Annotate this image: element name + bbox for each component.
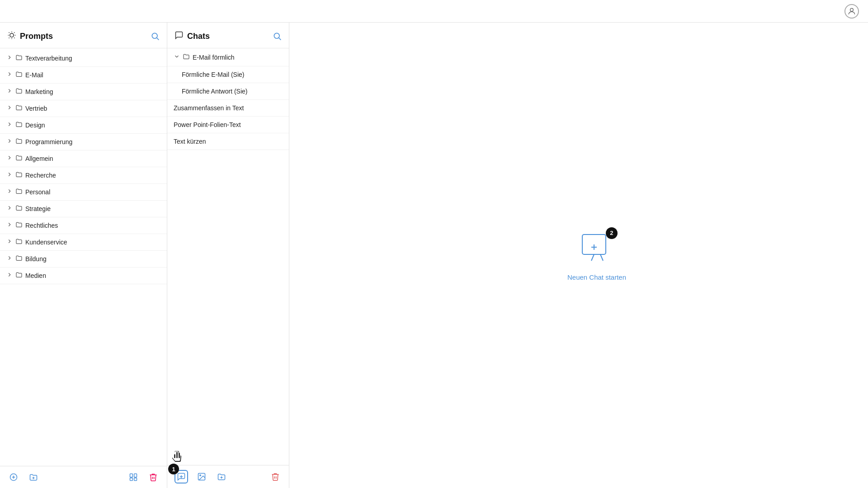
folder-icon [15,137,23,146]
chat-item-formliche-antwort[interactable]: Förmliche Antwort (Sie) [167,83,289,100]
tree-item-email[interactable]: E-Mail [0,67,167,84]
chevron-right-icon [6,121,13,129]
tree-item-design[interactable]: Design [0,117,167,134]
prompts-toolbar-left [7,471,40,483]
chats-panel: Chats [167,23,289,488]
svg-point-0 [850,8,854,11]
new-chat-icon-wrapper: 2 [579,230,615,268]
tree-item-textverarbeitung[interactable]: Textverarbeitung [0,50,167,67]
tree-label: Personal [25,188,50,196]
chats-toolbar-left: 1 [175,470,228,483]
svg-point-1 [10,33,14,37]
prompts-delete-button[interactable] [147,471,160,483]
new-chat-label: Neuen Chat starten [567,273,626,281]
chat-item-formliche-email[interactable]: Förmliche E-Mail (Sie) [167,66,289,83]
folder-icon [15,188,23,197]
chat-item-text-kurzen[interactable]: Text kürzen [167,133,289,150]
svg-line-14 [279,38,281,40]
chevron-right-icon [6,238,13,246]
tree-label: E-Mail [25,71,43,79]
tree-label: Strategie [25,205,51,212]
chats-search-button[interactable] [273,32,282,41]
svg-line-22 [591,254,594,261]
svg-point-2 [152,33,157,38]
folder-icon [15,271,23,280]
tree-item-programmierung[interactable]: Programmierung [0,134,167,150]
prompts-library-button[interactable] [127,471,140,483]
chats-add-folder-button[interactable] [215,470,228,483]
chats-title: Chats [187,32,210,41]
chevron-down-icon [174,53,180,61]
tree-item-medien[interactable]: Medien [0,267,167,284]
tree-item-vertrieb[interactable]: Vertrieb [0,100,167,117]
chats-toolbar-right [269,470,282,483]
tree-item-allgemein[interactable]: Allgemein [0,150,167,167]
chat-icon [175,31,184,42]
chats-toolbar: 1 [167,465,289,488]
tree-label: Recherche [25,172,56,179]
prompts-add-button[interactable] [7,471,20,483]
svg-line-23 [600,254,603,261]
folder-icon [183,53,190,61]
chat-item-label: Zusammenfassen in Text [174,104,244,112]
tree-label: Bildung [25,255,47,263]
prompts-search-button[interactable] [151,32,160,41]
chats-add-image-button[interactable] [195,470,208,483]
folder-icon [15,104,23,113]
chevron-right-icon [6,155,13,163]
chat-item-label: Förmliche E-Mail (Sie) [182,71,244,78]
chevron-right-icon [6,221,13,230]
prompts-toolbar-right [127,471,160,483]
chats-delete-button[interactable] [269,470,282,483]
chevron-right-icon [6,272,13,280]
prompts-add-folder-button[interactable] [27,471,40,483]
tree-label: Medien [25,272,46,279]
tree-label: Rechtliches [25,222,58,229]
svg-rect-12 [134,478,137,481]
content-area: 2 Neuen Chat starten [289,23,868,488]
chevron-right-icon [6,205,13,213]
chevron-right-icon [6,71,13,79]
chats-header-left: Chats [175,31,210,42]
chat-item-powerpoint[interactable]: Power Point-Folien-Text [167,117,289,133]
prompts-header: Prompts [0,23,167,48]
tree-label: Programmierung [25,138,72,145]
chevron-right-icon [6,54,13,62]
top-bar [0,0,868,23]
step-1-badge: 1 [168,464,179,474]
folder-icon [15,70,23,80]
prompts-title: Prompts [20,32,53,41]
chat-item-zusammenfassen[interactable]: Zusammenfassen in Text [167,100,289,117]
folder-icon [15,87,23,96]
tree-item-rechtliches[interactable]: Rechtliches [0,217,167,234]
prompts-panel: Prompts Textverarbeitung E-Mail [0,23,167,488]
folder-icon [15,254,23,263]
folder-icon [15,121,23,130]
user-avatar[interactable] [844,4,859,19]
tree-item-kundenservice[interactable]: Kundenservice [0,234,167,251]
folder-icon [15,204,23,213]
chevron-right-icon [6,255,13,263]
svg-rect-10 [134,474,137,478]
tree-label: Kundenservice [25,239,67,246]
tree-label: Design [25,122,45,129]
add-chat-wrapper: 1 [175,470,188,483]
tree-item-strategie[interactable]: Strategie [0,201,167,217]
tree-item-recherche[interactable]: Recherche [0,167,167,184]
chats-header: Chats [167,23,289,48]
new-chat-area: 2 Neuen Chat starten [567,230,626,281]
main-container: Prompts Textverarbeitung E-Mail [0,23,868,488]
chat-item-label: Power Point-Folien-Text [174,121,241,128]
chat-list: E-Mail förmlich Förmliche E-Mail (Sie) F… [167,48,289,465]
chat-folder-email-formlich[interactable]: E-Mail förmlich [167,48,289,66]
chevron-right-icon [6,171,13,179]
svg-point-18 [200,475,201,476]
folder-icon [15,171,23,180]
svg-rect-9 [130,474,133,478]
folder-icon [15,54,23,63]
chat-item-label: Text kürzen [174,138,206,145]
tree-item-marketing[interactable]: Marketing [0,84,167,100]
tree-item-personal[interactable]: Personal [0,184,167,201]
svg-point-13 [274,33,279,38]
tree-item-bildung[interactable]: Bildung [0,251,167,267]
